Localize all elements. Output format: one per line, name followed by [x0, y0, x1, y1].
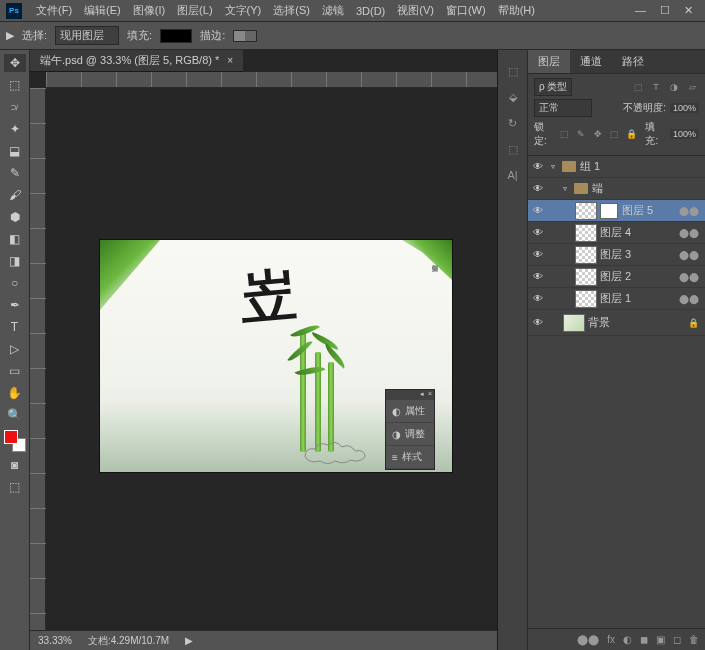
menu-type[interactable]: 文字(Y): [219, 3, 268, 18]
maximize-icon[interactable]: ☐: [660, 4, 670, 17]
layer-row[interactable]: 👁图层 5⬤⬤: [528, 200, 705, 222]
tab-close-icon[interactable]: ×: [227, 55, 233, 66]
filter-kind[interactable]: ρ 类型: [534, 78, 572, 96]
shape-tool[interactable]: ▭: [4, 362, 26, 380]
menu-filter[interactable]: 滤镜: [316, 3, 350, 18]
brush-tool[interactable]: 🖌: [4, 186, 26, 204]
strip-icon-5[interactable]: A|: [504, 166, 522, 184]
type-tool[interactable]: T: [4, 318, 26, 336]
filter-type-icon[interactable]: T: [649, 81, 663, 93]
fill-opacity-value[interactable]: 100%: [670, 129, 699, 139]
context-properties[interactable]: ◐属性: [386, 400, 434, 423]
canvas[interactable]: 岦 端午安康端午安康端午: [46, 88, 497, 630]
select-dropdown[interactable]: 现用图层: [55, 26, 119, 45]
visibility-icon[interactable]: 👁: [528, 249, 548, 260]
quickmask-tool[interactable]: ◙: [4, 456, 26, 474]
fold-icon[interactable]: ▿: [560, 184, 570, 193]
lock-pos-icon[interactable]: ✥: [592, 128, 605, 140]
layer-row[interactable]: 👁图层 4⬤⬤: [528, 222, 705, 244]
layer-row[interactable]: 👁图层 3⬤⬤: [528, 244, 705, 266]
strip-icon-1[interactable]: ⬚: [504, 62, 522, 80]
move-tool[interactable]: ✥: [4, 54, 26, 72]
menu-view[interactable]: 视图(V): [391, 3, 440, 18]
tab-channels[interactable]: 通道: [570, 50, 612, 73]
foreground-color[interactable]: [4, 430, 18, 444]
fold-icon[interactable]: ▿: [548, 162, 558, 171]
align-icon-2[interactable]: [665, 29, 679, 43]
gradient-tool[interactable]: ◨: [4, 252, 26, 270]
layer-row[interactable]: 👁▿组 1: [528, 156, 705, 178]
menu-image[interactable]: 图像(I): [127, 3, 171, 18]
blend-mode[interactable]: 正常: [534, 99, 592, 117]
layer-row[interactable]: 👁图层 2⬤⬤: [528, 266, 705, 288]
lock-nest-icon[interactable]: ⬚: [608, 128, 621, 140]
strip-icon-3[interactable]: ↻: [504, 114, 522, 132]
visibility-icon[interactable]: 👁: [528, 227, 548, 238]
lock-all-icon[interactable]: 🔒: [625, 128, 638, 140]
visibility-icon[interactable]: 👁: [528, 317, 548, 328]
layer-thumb: [575, 224, 597, 242]
lock-pixel-icon[interactable]: ✎: [575, 128, 588, 140]
layer-row[interactable]: 👁图层 1⬤⬤: [528, 288, 705, 310]
minimize-icon[interactable]: —: [635, 4, 646, 17]
status-arrow-icon[interactable]: ▶: [185, 635, 193, 646]
blur-tool[interactable]: ○: [4, 274, 26, 292]
zoom-level[interactable]: 33.33%: [38, 635, 72, 646]
hand-tool[interactable]: ✋: [4, 384, 26, 402]
menu-help[interactable]: 帮助(H): [492, 3, 541, 18]
wand-tool[interactable]: ✦: [4, 120, 26, 138]
fill-swatch[interactable]: [160, 29, 192, 43]
eyedropper-tool[interactable]: ✎: [4, 164, 26, 182]
delete-icon[interactable]: 🗑: [689, 634, 699, 645]
marquee-tool[interactable]: ⬚: [4, 76, 26, 94]
stroke-swatch[interactable]: [233, 30, 257, 42]
menu-3d[interactable]: 3D(D): [350, 5, 391, 17]
lasso-tool[interactable]: ⟉: [4, 98, 26, 116]
link-layers-icon[interactable]: ⬤⬤: [577, 634, 599, 645]
visibility-icon[interactable]: 👁: [528, 293, 548, 304]
path-tool[interactable]: ▷: [4, 340, 26, 358]
menu-select[interactable]: 选择(S): [267, 3, 316, 18]
strip-icon-4[interactable]: ⬚: [504, 140, 522, 158]
crop-tool[interactable]: ⬓: [4, 142, 26, 160]
popup-close-icon[interactable]: ×: [428, 390, 432, 400]
align-icon[interactable]: [645, 29, 659, 43]
new-layer-icon[interactable]: ◻: [673, 634, 681, 645]
tab-paths[interactable]: 路径: [612, 50, 654, 73]
filter-shape-icon[interactable]: ▱: [685, 81, 699, 93]
context-styles[interactable]: ≡样式: [386, 446, 434, 469]
opacity-value[interactable]: 100%: [670, 103, 699, 113]
zoom-tool[interactable]: 🔍: [4, 406, 26, 424]
fx-icon[interactable]: fx: [607, 634, 615, 645]
pen-tool[interactable]: ✒: [4, 296, 26, 314]
menu-layer[interactable]: 图层(L): [171, 3, 218, 18]
document-tab[interactable]: 端午.psd @ 33.3% (图层 5, RGB/8) * ×: [30, 50, 243, 72]
group-icon[interactable]: ▣: [656, 634, 665, 645]
filter-pixel-icon[interactable]: ⬚: [631, 81, 645, 93]
context-adjustments[interactable]: ◑调整: [386, 423, 434, 446]
menu-edit[interactable]: 编辑(E): [78, 3, 127, 18]
visibility-icon[interactable]: 👁: [528, 205, 548, 216]
layer-row[interactable]: 👁背景🔒: [528, 310, 705, 336]
strip-icon-2[interactable]: ⬙: [504, 88, 522, 106]
adjustment-icon[interactable]: ◼: [640, 634, 648, 645]
distribute-icon[interactable]: [685, 29, 699, 43]
layer-row[interactable]: 👁▿端: [528, 178, 705, 200]
doc-size[interactable]: 文档:4.29M/10.7M: [88, 634, 169, 648]
stamp-tool[interactable]: ⬢: [4, 208, 26, 226]
visibility-icon[interactable]: 👁: [528, 271, 548, 282]
visibility-icon[interactable]: 👁: [528, 161, 548, 172]
popup-collapse-icon[interactable]: ◂: [420, 390, 424, 400]
visibility-icon[interactable]: 👁: [528, 183, 548, 194]
screenmode-tool[interactable]: ⬚: [4, 478, 26, 496]
lock-trans-icon[interactable]: ⬚: [559, 128, 572, 140]
filter-adjust-icon[interactable]: ◑: [667, 81, 681, 93]
tab-layers[interactable]: 图层: [528, 50, 570, 73]
menu-window[interactable]: 窗口(W): [440, 3, 492, 18]
menu-file[interactable]: 文件(F): [30, 3, 78, 18]
eraser-tool[interactable]: ◧: [4, 230, 26, 248]
color-swatches[interactable]: [4, 430, 26, 452]
mask-icon[interactable]: ◐: [623, 634, 632, 645]
link-icon: ⬤⬤: [679, 250, 699, 260]
close-icon[interactable]: ✕: [684, 4, 693, 17]
